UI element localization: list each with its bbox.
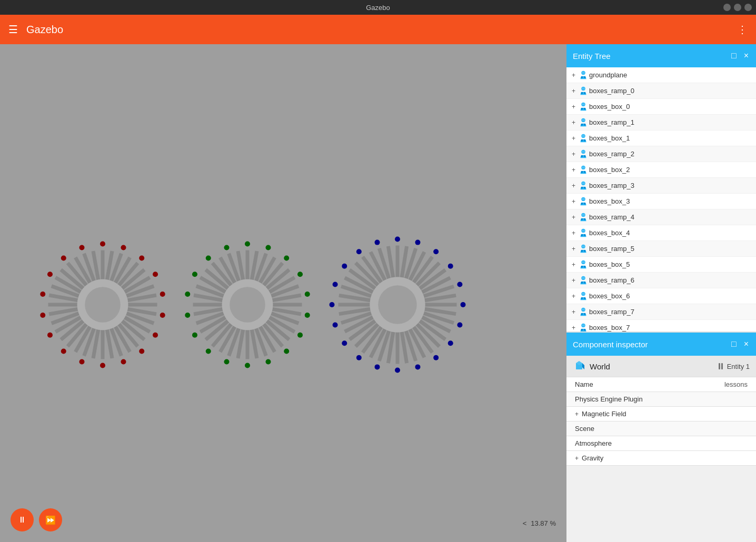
svg-point-9 xyxy=(581,107,583,109)
entity-name-label: boxes_ramp_1 xyxy=(589,118,634,126)
svg-point-29 xyxy=(581,186,583,188)
entity-list-item[interactable]: + boxes_ramp_6 xyxy=(566,273,756,288)
entity-expand-icon: + xyxy=(572,245,575,253)
pause-button[interactable]: ⏸ xyxy=(11,508,34,531)
entity-icon xyxy=(578,306,589,318)
entity-name-label: boxes_ramp_5 xyxy=(589,245,634,253)
entity-expand-icon: + xyxy=(572,182,575,189)
world-cube-icon xyxy=(573,360,585,373)
pause-bar-2 xyxy=(721,363,723,369)
entity-name-label: boxes_ramp_7 xyxy=(589,308,634,316)
entity-list[interactable]: + groundplane+ boxes_ramp_0+ boxes_box_0… xyxy=(566,67,756,332)
entity-expand-icon: + xyxy=(572,277,575,284)
entity-name-label: boxes_ramp_3 xyxy=(589,182,634,189)
scene-property-row: Scene xyxy=(566,421,756,436)
entity-list-item[interactable]: + boxes_ramp_5 xyxy=(566,241,756,257)
entity-icon xyxy=(578,227,589,239)
svg-point-18 xyxy=(584,139,586,141)
entity-expand-icon: + xyxy=(572,214,575,221)
entity-name-label: boxes_box_0 xyxy=(589,103,630,111)
entity-list-item[interactable]: + boxes_box_3 xyxy=(566,194,756,209)
svg-rect-3 xyxy=(581,72,585,74)
entity-list-item[interactable]: + boxes_box_5 xyxy=(566,257,756,273)
entity-list-item[interactable]: + boxes_box_2 xyxy=(566,162,756,178)
entity-expand-icon: + xyxy=(572,72,575,79)
entity-list-item[interactable]: + boxes_box_7 xyxy=(566,320,756,332)
entity-expand-icon: + xyxy=(572,135,575,142)
appbar-left: ☰ Gazebo xyxy=(8,23,63,36)
entity-list-item[interactable]: + groundplane xyxy=(566,67,756,83)
entity-icon xyxy=(578,212,589,223)
entity-label: Entity 1 xyxy=(727,363,750,370)
entity-tree-close-button[interactable]: × xyxy=(743,50,750,62)
entity-list-item[interactable]: + boxes_ramp_3 xyxy=(566,178,756,194)
entity-list-item[interactable]: + boxes_box_6 xyxy=(566,288,756,304)
entity-icon xyxy=(578,259,589,270)
entity-list-item[interactable]: + boxes_box_0 xyxy=(566,99,756,115)
entity-list-item[interactable]: + boxes_ramp_2 xyxy=(566,146,756,162)
world-controls: Entity 1 xyxy=(719,363,750,370)
entity-name-label: boxes_box_3 xyxy=(589,197,630,205)
svg-rect-43 xyxy=(581,229,585,232)
svg-point-33 xyxy=(581,202,583,204)
entity-list-item[interactable]: + boxes_ramp_7 xyxy=(566,304,756,320)
svg-point-61 xyxy=(581,313,583,315)
entity-icon xyxy=(578,117,589,128)
bottom-controls: ⏸ ⏩ xyxy=(11,508,62,531)
svg-rect-55 xyxy=(581,277,585,279)
world-label: World xyxy=(590,362,714,371)
name-property-value: lessons xyxy=(724,380,748,388)
gravity-row[interactable]: + Gravity xyxy=(566,451,756,466)
svg-point-25 xyxy=(581,170,583,173)
main-area: ⏸ ⏩ < 13.87 % Entity Tree □ × + xyxy=(0,44,756,542)
entity-list-item[interactable]: + boxes_box_1 xyxy=(566,131,756,146)
svg-point-42 xyxy=(584,234,586,236)
magnetic-field-label: Magnetic Field xyxy=(582,410,626,418)
svg-rect-35 xyxy=(581,198,585,200)
entity-icon xyxy=(578,196,589,207)
component-inspector-maximize-button[interactable]: □ xyxy=(730,338,738,350)
svg-point-53 xyxy=(581,281,583,283)
physics-property-label: Physics Engine Plugin xyxy=(575,395,748,403)
entity-name-label: boxes_box_4 xyxy=(589,229,630,237)
name-property-row: Name lessons xyxy=(566,377,756,392)
entity-tree-panel: Entity Tree □ × + groundplane+ boxes_ram… xyxy=(566,44,756,332)
zoom-arrow-icon[interactable]: < xyxy=(523,519,527,527)
entity-name-label: boxes_box_6 xyxy=(589,292,630,300)
fast-forward-button[interactable]: ⏩ xyxy=(39,508,62,531)
maximize-button[interactable] xyxy=(734,4,741,11)
hamburger-icon[interactable]: ☰ xyxy=(8,23,18,36)
svg-point-22 xyxy=(584,155,586,157)
entity-name-label: boxes_ramp_4 xyxy=(589,213,634,221)
entity-list-item[interactable]: + boxes_box_4 xyxy=(566,225,756,241)
close-button[interactable] xyxy=(744,4,752,11)
magnetic-field-row[interactable]: + Magnetic Field xyxy=(566,407,756,421)
entity-tree-maximize-button[interactable]: □ xyxy=(730,50,738,62)
zoom-level: 13.87 % xyxy=(531,519,556,527)
svg-marker-74 xyxy=(582,363,584,369)
entity-icon xyxy=(578,180,589,192)
component-inspector-close-button[interactable]: × xyxy=(743,338,750,350)
svg-point-34 xyxy=(584,202,586,204)
component-inspector-panel: Component inspector □ × World xyxy=(566,332,756,542)
entity-list-item[interactable]: + boxes_ramp_4 xyxy=(566,209,756,225)
gravity-label: Gravity xyxy=(582,454,603,462)
svg-point-30 xyxy=(584,186,586,188)
entity-tree-title: Entity Tree xyxy=(573,52,611,61)
entity-icon xyxy=(578,148,589,160)
entity-list-item[interactable]: + boxes_ramp_0 xyxy=(566,83,756,99)
kebab-menu-icon[interactable]: ⋮ xyxy=(737,23,748,36)
svg-rect-47 xyxy=(581,245,585,247)
appbar: ☰ Gazebo ⋮ xyxy=(0,15,756,44)
svg-rect-27 xyxy=(581,166,585,168)
svg-point-58 xyxy=(584,297,586,299)
entity-name-label: boxes_box_7 xyxy=(589,324,630,332)
pause-bar-1 xyxy=(719,363,720,369)
minimize-button[interactable] xyxy=(723,4,731,11)
entity-list-item[interactable]: + boxes_ramp_1 xyxy=(566,115,756,131)
viewport[interactable]: ⏸ ⏩ < 13.87 % xyxy=(0,44,566,542)
app-title: Gazebo xyxy=(26,24,63,36)
entity-tree-header: Entity Tree □ × xyxy=(566,44,756,67)
svg-point-10 xyxy=(584,107,586,109)
svg-rect-39 xyxy=(581,214,585,216)
